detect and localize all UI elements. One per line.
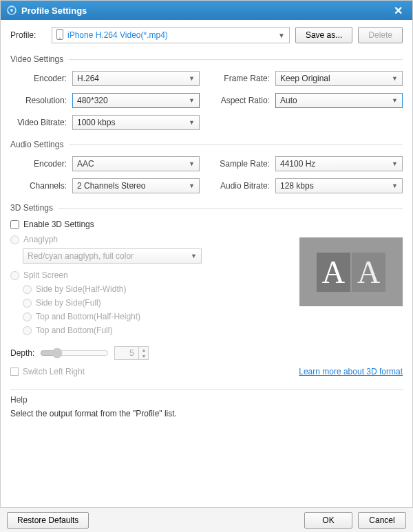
channels-dropdown[interactable]: 2 Channels Stereo▼ [72, 178, 200, 193]
video-bitrate-label: Video Bitrate: [10, 118, 72, 127]
chevron-down-icon: ▼ [189, 182, 195, 189]
chevron-down-icon: ▼ [189, 75, 195, 82]
sbs-full-radio [23, 299, 32, 308]
chevron-down-icon: ▼ [392, 75, 398, 82]
titlebar: Profile Settings ✕ [1, 1, 412, 20]
help-text: Select the output format from the "Profi… [10, 409, 403, 418]
svg-point-1 [10, 9, 13, 12]
aspect-dropdown[interactable]: Auto▼ [275, 93, 403, 108]
help-title: Help [10, 395, 403, 405]
depth-spinner: 5 ▲▼ [114, 346, 149, 360]
video-settings-group: Video Settings Encoder: H.264▼ Frame Rat… [10, 54, 403, 130]
restore-defaults-button[interactable]: Restore Defaults [7, 512, 89, 529]
anaglyph-mode-dropdown: Red/cyan anaglyph, full color▼ [23, 248, 202, 264]
resolution-label: Resolution: [10, 96, 72, 105]
tab-full-radio [23, 326, 32, 335]
window-title: Profile Settings [21, 6, 87, 16]
learn-more-link[interactable]: Learn more about 3D format [299, 367, 403, 376]
split-screen-label: Split Screen [23, 270, 68, 280]
phone-icon [56, 29, 63, 42]
chevron-down-icon: ▼ [139, 353, 148, 359]
3d-legend: 3D Settings [10, 203, 59, 213]
app-icon [6, 5, 17, 16]
video-encoder-label: Encoder: [10, 74, 72, 83]
svg-point-2 [11, 6, 13, 8]
resolution-dropdown[interactable]: 480*320▼ [72, 93, 200, 108]
anaglyph-label: Anaglyph [23, 235, 58, 244]
chevron-down-icon: ▼ [392, 97, 398, 104]
audio-legend: Audio Settings [10, 140, 69, 149]
sbs-half-radio [23, 285, 32, 294]
chevron-down-icon: ▼ [191, 253, 197, 259]
framerate-dropdown[interactable]: Keep Original▼ [275, 71, 403, 86]
preview-letter-right: A [352, 253, 385, 292]
video-encoder-dropdown[interactable]: H.264▼ [72, 71, 200, 86]
ok-button[interactable]: OK [304, 512, 352, 529]
chevron-down-icon: ▼ [392, 160, 398, 167]
aspect-label: Aspect Ratio: [213, 96, 275, 105]
chevron-down-icon: ▼ [189, 160, 195, 167]
svg-point-6 [59, 37, 61, 39]
split-screen-radio [10, 271, 19, 280]
audio-encoder-label: Encoder: [10, 159, 72, 169]
video-bitrate-dropdown[interactable]: 1000 kbps▼ [72, 115, 200, 130]
samplerate-label: Sample Rate: [213, 159, 275, 169]
audio-bitrate-dropdown[interactable]: 128 kbps▼ [275, 178, 403, 193]
samplerate-dropdown[interactable]: 44100 Hz▼ [275, 156, 403, 171]
anaglyph-radio [10, 235, 19, 244]
preview-letter-left: A [317, 253, 350, 292]
audio-settings-group: Audio Settings Encoder: AAC▼ Sample Rate… [10, 140, 403, 193]
profile-value: iPhone H.264 Video(*.mp4) [67, 30, 278, 40]
footer: Restore Defaults OK Cancel [0, 507, 413, 532]
framerate-label: Frame Rate: [213, 74, 275, 83]
tab-half-radio [23, 312, 32, 321]
delete-button: Delete [358, 27, 403, 43]
profile-dropdown[interactable]: iPhone H.264 Video(*.mp4) ▼ [52, 27, 290, 43]
svg-point-4 [8, 12, 10, 14]
save-as-button[interactable]: Save as... [295, 27, 352, 43]
enable-3d-checkbox[interactable] [10, 220, 19, 229]
switch-lr-label: Switch Left Right [23, 367, 85, 376]
depth-label: Depth: [10, 348, 34, 358]
depth-slider [40, 348, 109, 359]
chevron-down-icon: ▼ [189, 97, 195, 104]
svg-point-3 [14, 12, 17, 14]
video-legend: Video Settings [10, 54, 69, 64]
cancel-button[interactable]: Cancel [358, 512, 406, 529]
3d-settings-group: 3D Settings Enable 3D Settings Anaglyph … [10, 203, 403, 376]
3d-preview: A A [299, 237, 403, 306]
help-section: Help Select the output format from the "… [10, 389, 403, 418]
chevron-down-icon: ▼ [392, 182, 398, 189]
enable-3d-label: Enable 3D Settings [23, 220, 94, 229]
chevron-up-icon: ▲ [139, 347, 148, 353]
audio-encoder-dropdown[interactable]: AAC▼ [72, 156, 200, 171]
profile-label: Profile: [10, 30, 46, 40]
chevron-down-icon: ▼ [278, 32, 285, 39]
chevron-down-icon: ▼ [189, 119, 195, 126]
switch-lr-checkbox [10, 368, 19, 376]
close-icon[interactable]: ✕ [390, 4, 407, 17]
audio-bitrate-label: Audio Bitrate: [213, 181, 275, 191]
channels-label: Channels: [10, 181, 72, 191]
